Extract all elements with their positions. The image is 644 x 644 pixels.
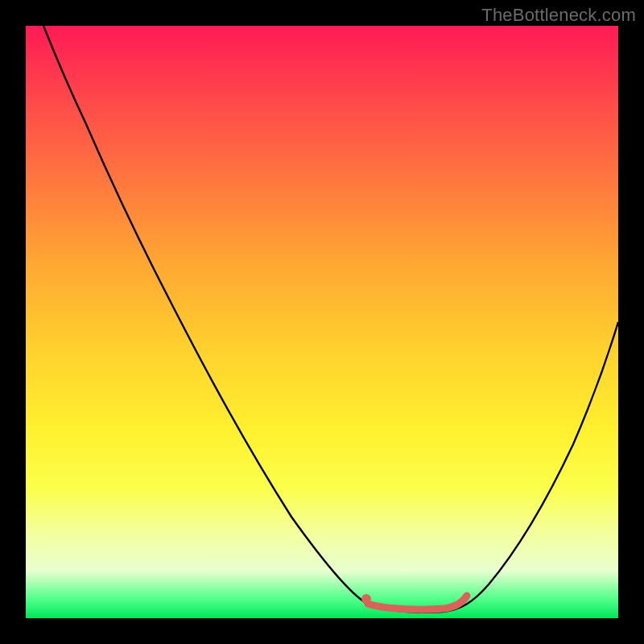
plot-area [26,26,618,618]
highlight-segment-path [368,596,467,609]
chart-svg [26,26,618,618]
watermark-text: TheBottleneck.com [481,5,636,26]
highlight-start-dot [361,594,371,604]
chart-frame: TheBottleneck.com [0,0,644,644]
bottleneck-curve-path [43,26,618,613]
